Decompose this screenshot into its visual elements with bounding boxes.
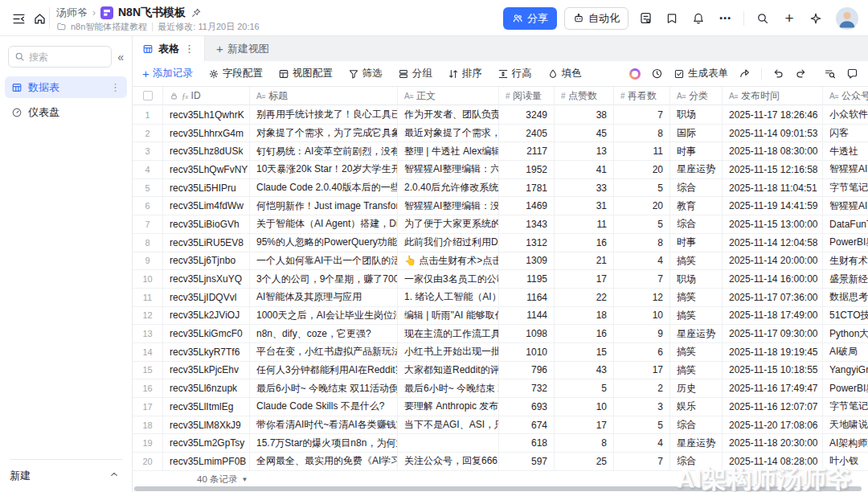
cell-likes[interactable]: 45 — [555, 125, 614, 142]
add-record-button[interactable]: + 添加记录 — [142, 67, 193, 80]
cell-account[interactable]: 数据思考笔 — [823, 289, 868, 306]
cell-title[interactable]: 任何人3分钟都能利用AI在Reddit完... — [250, 362, 398, 379]
cell-publish-time[interactable]: 2025-11-14 12:04:58 — [723, 234, 823, 252]
cell-category[interactable]: 搞笑 — [670, 362, 723, 379]
cell-publish-time[interactable]: 2025-11-18 17:49:00 — [723, 307, 823, 325]
new-view-button[interactable]: + 新建视图 — [205, 36, 280, 61]
cell-reads[interactable]: 2405 — [499, 125, 555, 142]
breadcrumb-workspace[interactable]: 汤师爷 — [56, 6, 88, 20]
cell-reads[interactable]: 674 — [499, 416, 555, 434]
cell-rewatch[interactable]: 8 — [614, 234, 670, 252]
cell-body[interactable]: 智猩猩AI整理编辑：没... — [398, 197, 499, 215]
cell-id[interactable]: recv35LjIDQVvl — [163, 289, 250, 306]
sidebar-item-data-tables[interactable]: 数据表 ⋮ — [5, 76, 127, 98]
cell-reads[interactable]: 1781 — [499, 179, 555, 197]
cell-likes[interactable]: 10 — [555, 398, 614, 416]
folder-name[interactable]: n8n智能体搭建教程 — [71, 21, 147, 33]
cell-rewatch[interactable]: 20 — [614, 197, 670, 215]
row-number[interactable]: 12 — [133, 307, 163, 325]
column-header-rewatch[interactable]: #再看数 — [614, 87, 670, 105]
sparkle-icon[interactable] — [806, 9, 825, 28]
cell-account[interactable]: 字节笔记本 — [823, 398, 868, 416]
cell-body[interactable]: 最后6小时~ 今晚结束 双... — [398, 379, 499, 397]
row-number[interactable]: 19 — [133, 434, 163, 452]
automation-button[interactable]: 自动化 — [564, 7, 628, 30]
cell-body[interactable]: 关注公众号，回复666... — [398, 453, 499, 470]
cell-rewatch[interactable]: 7 — [614, 270, 670, 288]
column-header-title[interactable]: A≡标题 — [250, 87, 398, 105]
cell-publish-time[interactable]: 2025-11-18 19:19:45 — [723, 343, 823, 361]
cell-rewatch[interactable]: 5 — [614, 416, 670, 434]
cell-id[interactable]: recv35LkyR7Tf6 — [163, 343, 250, 361]
cell-publish-time[interactable]: 2025-11-15 12:16:58 — [723, 161, 823, 178]
cell-body[interactable]: 👆 点击生财有术>点击... — [398, 252, 499, 270]
cell-rewatch[interactable]: 2 — [614, 379, 670, 397]
cell-account[interactable]: DataFunTa — [823, 215, 868, 233]
row-number[interactable]: 13 — [133, 325, 163, 342]
cell-id[interactable]: recv35Lh1QwhrK — [163, 106, 250, 124]
cell-rewatch[interactable]: 7 — [614, 453, 670, 470]
pin-icon[interactable] — [190, 7, 202, 18]
column-header-category[interactable]: A≡分类 — [670, 87, 723, 105]
cell-likes[interactable]: 8 — [555, 434, 614, 452]
cell-account[interactable]: 叶小钗 — [823, 453, 868, 470]
cell-id[interactable]: recv35LhhrxG4m — [163, 125, 250, 142]
cell-account[interactable]: Python大数 — [823, 325, 868, 342]
cell-publish-time[interactable]: 2025-11-14 09:01:53 — [723, 125, 823, 142]
cell-account[interactable]: PowerBI星 — [823, 379, 868, 397]
cell-id[interactable]: recv35LiBioGVh — [163, 215, 250, 233]
comment-button[interactable] — [846, 68, 858, 80]
more-icon[interactable]: ⋯ — [715, 9, 735, 28]
cell-publish-time[interactable]: 2025-11-15 10:18:55 — [723, 362, 823, 379]
cell-reads[interactable]: 1098 — [499, 325, 555, 342]
row-number[interactable]: 11 — [133, 289, 163, 306]
row-number[interactable]: 1 — [133, 106, 163, 124]
cell-likes[interactable]: 15 — [555, 343, 614, 361]
row-number[interactable]: 5 — [133, 179, 163, 197]
cell-likes[interactable]: 18 — [555, 307, 614, 325]
undo-button[interactable] — [772, 68, 784, 80]
cell-title[interactable]: Claude Code Skills 不是什么? — [250, 398, 398, 416]
cell-category[interactable]: 搞笑 — [670, 307, 723, 325]
cell-publish-time[interactable]: 2025-11-17 18:26:46 — [723, 106, 823, 124]
cell-title[interactable]: 平台在变，小红书虚拟产品新玩法 — [250, 343, 398, 361]
cell-body[interactable]: 现在主流的工作流工具... — [398, 325, 499, 342]
add-icon[interactable]: + — [780, 9, 799, 28]
cell-rewatch[interactable]: 10 — [614, 307, 670, 325]
cell-rewatch[interactable]: 17 — [614, 362, 670, 379]
column-header-account[interactable]: A≡公众号名 — [823, 87, 868, 105]
row-number[interactable]: 9 — [133, 252, 163, 270]
file-icon[interactable] — [636, 9, 655, 28]
view-tab-grid[interactable]: 表格 ⋮ — [133, 36, 205, 61]
cell-title[interactable]: 关于智能体（AI Agent）搭建，Dify... — [250, 215, 398, 233]
cell-id[interactable]: recv35LlM8XkJ9 — [163, 416, 250, 434]
sidebar-toggle-icon[interactable] — [10, 10, 27, 27]
cell-category[interactable]: 综合 — [670, 215, 723, 233]
cell-reads[interactable]: 693 — [499, 398, 555, 416]
cell-id[interactable]: recv35Li5HIPru — [163, 179, 250, 197]
cell-reads[interactable]: 796 — [499, 362, 555, 379]
column-header-publish_time[interactable]: A≡发布时间 — [723, 87, 823, 105]
cell-body[interactable]: 要理解 Anthropic 发布... — [398, 398, 499, 416]
cell-account[interactable]: 盛景新经济 — [823, 270, 868, 288]
cell-rewatch[interactable]: 4 — [614, 434, 670, 452]
cell-account[interactable]: 字节笔记本 — [823, 179, 868, 197]
cell-category[interactable]: 搞笑 — [670, 289, 723, 306]
cell-likes[interactable]: 5 — [555, 379, 614, 397]
cell-reads[interactable]: 1343 — [499, 215, 555, 233]
cell-reads[interactable]: 1010 — [499, 343, 555, 361]
share-view-button[interactable] — [739, 68, 751, 80]
cell-id[interactable]: recv35LiRU5EV8 — [163, 234, 250, 252]
cell-category[interactable]: 星座运势 — [670, 325, 723, 342]
cell-id[interactable]: recv35Lk2JViOJ — [163, 307, 250, 325]
cell-rewatch[interactable]: 4 — [614, 252, 670, 270]
cell-likes[interactable]: 11 — [555, 215, 614, 233]
cell-category[interactable]: 搞笑 — [670, 252, 723, 270]
cell-title[interactable]: n8n、dify、coze，它更强? — [250, 325, 398, 342]
row-number[interactable]: 16 — [133, 379, 163, 397]
history-button[interactable] — [651, 68, 663, 80]
cell-account[interactable]: YangyiGro — [823, 362, 868, 379]
cell-likes[interactable]: 43 — [555, 362, 614, 379]
cell-body[interactable]: 作为开发者、团队负责... — [398, 106, 499, 124]
cell-likes[interactable]: 31 — [555, 197, 614, 215]
